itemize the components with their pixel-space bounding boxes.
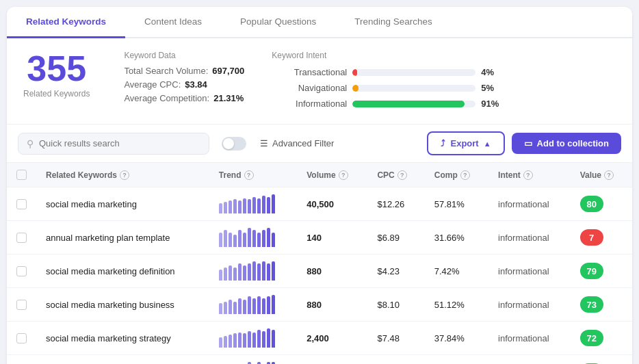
- trend-bar-segment: [267, 263, 270, 281]
- add-icon: ▭: [524, 138, 532, 148]
- keywords-table-wrap: Related Keywords ? Trend ?: [7, 163, 632, 364]
- row-checkbox-1[interactable]: [16, 233, 27, 243]
- tab-content-ideas[interactable]: Content Ideas: [125, 7, 221, 38]
- volume-cell: 480: [297, 355, 367, 365]
- trend-bar-segment: [238, 200, 242, 213]
- informational-bar-bg: [352, 101, 475, 107]
- toggle-switch[interactable]: [222, 137, 246, 151]
- trend-bar-segment: [219, 337, 222, 348]
- avg-cpc-label: Average CPC:: [124, 79, 181, 90]
- main-card: Related Keywords Content Ideas Popular Q…: [7, 7, 632, 364]
- trend-bar-segment: [224, 202, 227, 213]
- value-badge: 72: [580, 330, 603, 346]
- informational-row: Informational 91%: [272, 99, 616, 109]
- trend-bar-segment: [229, 265, 232, 281]
- trend-bar-segment: [243, 300, 246, 314]
- trend-bar-segment: [267, 296, 270, 314]
- intent-cell: informational: [488, 322, 571, 355]
- export-button[interactable]: ⤴ Export ▲: [427, 131, 504, 155]
- comp-cell: 31.66%: [425, 221, 488, 255]
- navigational-label: Navigational: [272, 83, 347, 93]
- keyword-count-number: 355: [23, 51, 90, 86]
- transactional-bar-bg: [352, 69, 475, 76]
- col-header-comp: Comp ?: [425, 163, 488, 187]
- tab-trending-searches[interactable]: Trending Searches: [335, 7, 452, 38]
- trend-bar-segment: [272, 261, 275, 281]
- stats-row: 355 Related Keywords Keyword Data Total …: [7, 38, 632, 125]
- comp-col-help-icon[interactable]: ?: [460, 170, 470, 180]
- add-to-collection-button[interactable]: ▭ Add to collection: [512, 133, 621, 154]
- header-checkbox[interactable]: [16, 170, 27, 180]
- trend-bar-segment: [229, 233, 232, 247]
- trend-bar-segment: [224, 268, 227, 281]
- row-checkbox-2[interactable]: [16, 266, 27, 276]
- keyword-cell: social media marketing definition: [36, 255, 209, 288]
- trend-col-help-icon[interactable]: ?: [244, 170, 254, 180]
- search-box[interactable]: ⚲: [18, 133, 209, 155]
- main-container: Related Keywords Content Ideas Popular Q…: [0, 0, 639, 364]
- volume-cell: 40,500: [297, 187, 367, 221]
- row-checkbox-3[interactable]: [16, 300, 27, 310]
- trend-bar-segment: [238, 298, 242, 314]
- value-badge: 80: [580, 196, 603, 212]
- value-col-help-icon[interactable]: ?: [604, 170, 614, 180]
- add-label: Add to collection: [537, 138, 609, 148]
- transactional-row: Transactional 4%: [272, 67, 616, 77]
- trend-bar-segment: [257, 198, 261, 213]
- trend-bar-segment: [262, 331, 265, 348]
- search-input[interactable]: [39, 138, 200, 148]
- value-badge: 79: [580, 263, 603, 279]
- value-badge: 7: [580, 229, 603, 246]
- trend-cell: [209, 355, 297, 365]
- avg-cpc-row: Average CPC: $3.84: [124, 79, 244, 90]
- export-icon: ⤴: [441, 138, 445, 148]
- trend-bar-segment: [243, 198, 246, 213]
- trend-bar-segment: [262, 230, 265, 247]
- volume-col-help-icon[interactable]: ?: [339, 170, 348, 180]
- col-header-value: Value ?: [571, 163, 632, 187]
- trend-bar-segment: [233, 333, 237, 348]
- trend-bar-segment: [238, 263, 242, 281]
- trend-bar-segment: [252, 197, 256, 213]
- intent-cell: informational: [488, 187, 571, 221]
- trend-cell: [209, 322, 297, 355]
- table-header-row: Related Keywords ? Trend ?: [7, 163, 632, 187]
- filter-icon: ☰: [260, 138, 268, 148]
- header-checkbox-col: [7, 163, 36, 187]
- trend-bar-segment: [248, 228, 251, 247]
- trend-bar-segment: [262, 298, 265, 314]
- advanced-filter-button[interactable]: ☰ Advanced Filter: [253, 133, 341, 153]
- comp-cell: 14.17%: [425, 355, 488, 365]
- cpc-col-help-icon[interactable]: ?: [397, 170, 407, 180]
- tab-popular-questions[interactable]: Popular Questions: [221, 7, 335, 38]
- trend-bar-segment: [248, 331, 251, 348]
- trend-cell: [209, 288, 297, 322]
- trend-bar-segment: [248, 263, 251, 281]
- value-cell: 79: [571, 255, 632, 288]
- toggle-knob: [223, 138, 234, 149]
- trend-cell: [209, 221, 297, 255]
- trend-bar-segment: [233, 235, 237, 247]
- value-cell: 72: [571, 322, 632, 355]
- intent-col-help-icon[interactable]: ?: [523, 170, 533, 180]
- trend-bar-segment: [219, 270, 222, 281]
- tab-related-keywords[interactable]: Related Keywords: [7, 7, 125, 38]
- trend-bar-segment: [243, 333, 246, 348]
- value-cell: 74: [571, 355, 632, 365]
- trend-bar-segment: [248, 199, 251, 213]
- trend-bar-segment: [229, 200, 232, 213]
- trend-bar-segment: [233, 302, 237, 314]
- keyword-intent-section: Keyword Intent Transactional 4% Navigati…: [272, 51, 616, 114]
- table-body: social media marketing40,500$12.2657.81%…: [7, 187, 632, 365]
- row-checkbox-0[interactable]: [16, 199, 27, 209]
- keywords-col-help-icon[interactable]: ?: [120, 170, 129, 180]
- row-checkbox-4[interactable]: [16, 333, 27, 343]
- keyword-cell: social media marketing business: [36, 288, 209, 322]
- trend-bar-segment: [252, 333, 256, 348]
- trend-bar-segment: [257, 296, 261, 314]
- trend-bar-group: [219, 261, 287, 281]
- value-cell: 7: [571, 221, 632, 255]
- trend-bar-segment: [224, 302, 227, 314]
- cpc-cell: $8.10: [367, 288, 424, 322]
- toolbar: ⚲ ☰ Advanced Filter ⤴ Export ▲ ▭ Add to …: [7, 125, 632, 163]
